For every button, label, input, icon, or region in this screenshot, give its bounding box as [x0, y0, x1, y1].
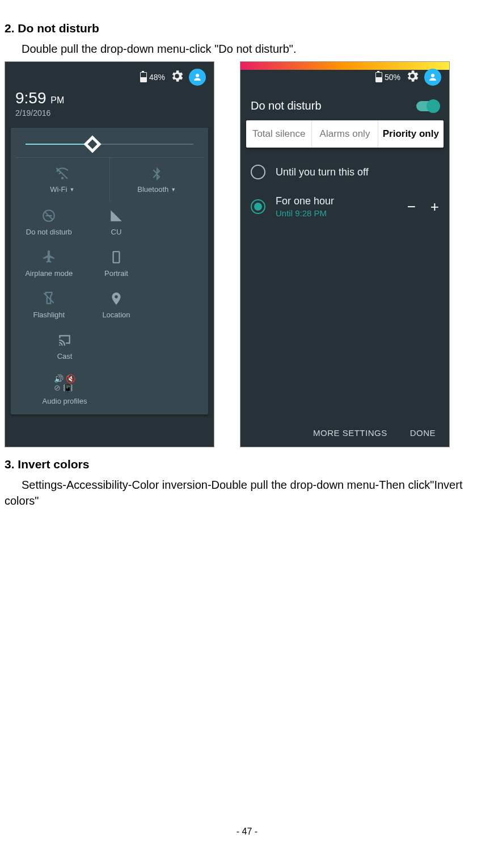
status-bar: 48%	[5, 62, 214, 89]
user-avatar-icon[interactable]	[424, 69, 441, 86]
tile-wifi-label: Wi-Fi	[50, 185, 67, 194]
option-for-hour-subtext: Until 9:28 PM	[276, 208, 334, 218]
clock-block: 9:59 PM 2/19/2016	[5, 89, 214, 122]
tile-bluetooth[interactable]: Bluetooth▼	[109, 158, 204, 202]
dnd-settings-screenshot: 50% Do not disturb Total silence Alarms …	[240, 61, 450, 447]
flashlight-off-icon	[41, 291, 56, 306]
tile-bluetooth-label: Bluetooth	[137, 185, 168, 194]
wifi-off-icon	[55, 166, 70, 181]
tile-flashlight-label: Flashlight	[33, 311, 65, 319]
option-for-hour-label: For one hour	[276, 195, 334, 207]
tile-audio-profiles[interactable]: 🔊 🔇⊘ 📳 Audio profiles	[15, 367, 114, 412]
option-until-off-label: Until you turn this off	[276, 166, 369, 178]
tile-airplane[interactable]: Airplane mode	[15, 243, 83, 284]
tile-airplane-label: Airplane mode	[25, 269, 73, 278]
clock-ampm: PM	[50, 95, 64, 105]
option-until-off[interactable]: Until you turn this off	[251, 157, 439, 187]
section-3-heading: 3. Invert colors	[5, 458, 489, 471]
section-2-text: Double pull the drop-down menu-click "Do…	[5, 41, 489, 57]
portrait-icon	[109, 250, 124, 265]
status-bar: 50%	[240, 62, 449, 89]
location-icon	[109, 291, 124, 306]
quick-settings-panel: Wi-Fi▼ Bluetooth▼ Do not disturb CU	[11, 128, 208, 414]
tab-priority-only[interactable]: Priority only	[378, 120, 444, 148]
tile-audio-label: Audio profiles	[43, 397, 87, 405]
tab-alarms-only[interactable]: Alarms only	[311, 120, 377, 148]
radio-icon	[251, 165, 265, 179]
airplane-off-icon	[41, 250, 56, 265]
tab-total-silence[interactable]: Total silence	[246, 120, 311, 148]
svg-point-0	[196, 74, 199, 77]
dnd-toggle[interactable]	[416, 101, 439, 111]
svg-rect-2	[113, 251, 120, 263]
screenshots-row: 48% 9:59 PM 2/19/2016	[5, 61, 489, 447]
battery-icon	[140, 72, 147, 82]
tile-portrait-label: Portrait	[104, 269, 128, 278]
tile-location-label: Location	[102, 311, 130, 319]
chevron-down-icon: ▼	[69, 187, 74, 192]
option-for-one-hour[interactable]: For one hour Until 9:28 PM − +	[251, 187, 439, 226]
tile-location[interactable]: Location	[83, 284, 150, 326]
chevron-down-icon: ▼	[171, 187, 176, 192]
clock-time: 9:59	[15, 89, 47, 107]
battery-icon	[375, 72, 382, 82]
tile-wifi[interactable]: Wi-Fi▼	[15, 158, 109, 202]
settings-gear-icon[interactable]	[170, 69, 184, 86]
brightness-thumb-icon[interactable]	[84, 135, 102, 153]
cast-icon	[57, 333, 72, 347]
dnd-title: Do not disturb	[251, 99, 322, 112]
quick-settings-screenshot: 48% 9:59 PM 2/19/2016	[5, 61, 214, 447]
page-number: - 47 -	[5, 827, 489, 837]
dnd-off-icon	[41, 208, 56, 223]
battery-percent: 50%	[385, 73, 400, 82]
tile-do-not-disturb[interactable]: Do not disturb	[15, 202, 83, 243]
tile-cellular[interactable]: CU	[83, 202, 150, 243]
battery-percent: 48%	[149, 73, 165, 82]
user-avatar-icon[interactable]	[189, 69, 206, 86]
radio-selected-icon	[251, 199, 265, 214]
done-button[interactable]: DONE	[410, 428, 436, 438]
section-2-heading: 2. Do not disturb	[5, 22, 489, 35]
clock-date: 2/19/2016	[15, 108, 204, 118]
tile-portrait[interactable]: Portrait	[83, 243, 150, 284]
duration-minus-button[interactable]: −	[407, 198, 416, 216]
battery-indicator: 48%	[140, 72, 165, 82]
audio-profiles-icon: 🔊 🔇⊘ 📳	[54, 374, 75, 392]
tile-cast-label: Cast	[57, 352, 73, 360]
svg-rect-1	[46, 215, 52, 216]
duration-plus-button[interactable]: +	[430, 198, 439, 216]
signal-icon	[109, 208, 124, 223]
battery-indicator: 50%	[375, 72, 400, 82]
brightness-slider[interactable]	[15, 135, 204, 157]
settings-gear-icon[interactable]	[405, 69, 420, 86]
tile-flashlight[interactable]: Flashlight	[15, 284, 83, 326]
svg-point-3	[431, 74, 434, 77]
tile-dnd-label: Do not disturb	[26, 228, 72, 236]
section-3-text: Settings-Accessibility-Color inversion-D…	[5, 477, 489, 509]
more-settings-button[interactable]: MORE SETTINGS	[313, 428, 387, 438]
tile-cu-label: CU	[111, 228, 122, 236]
dnd-mode-tabs: Total silence Alarms only Priority only	[246, 120, 444, 148]
tile-cast[interactable]: Cast	[15, 326, 114, 367]
bluetooth-icon	[149, 166, 164, 181]
